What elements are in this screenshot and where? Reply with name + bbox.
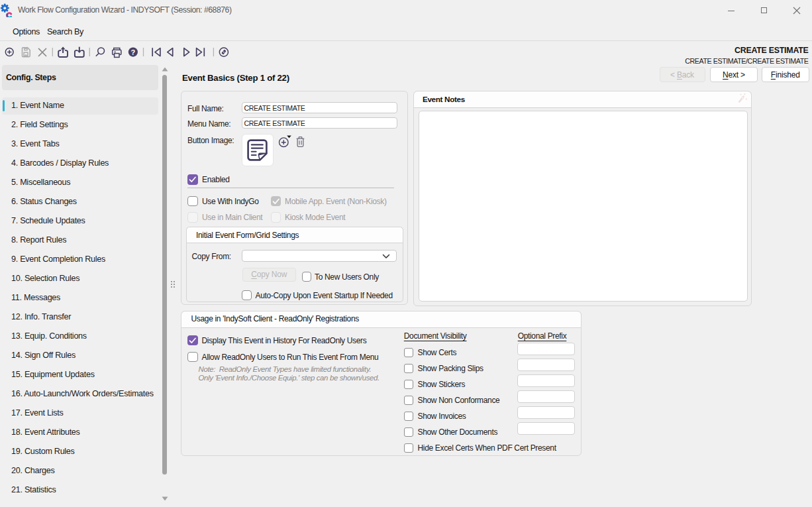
svg-text:?: ? — [131, 48, 136, 56]
